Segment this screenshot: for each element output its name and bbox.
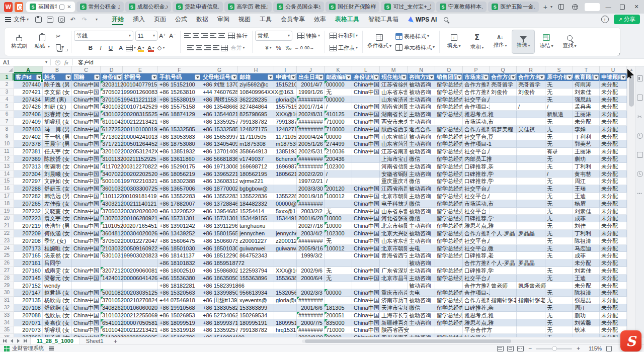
cell[interactable]: 留学总经办: [435, 215, 463, 222]
cell[interactable]: 舒欣娴 (女: [43, 304, 72, 312]
cell[interactable]: 江西省南昌: [380, 185, 408, 193]
horizontal-scroll-thumb[interactable]: [305, 339, 511, 343]
cell[interactable]: m1875308: [238, 140, 274, 148]
cell[interactable]: XXX@163.: [274, 267, 297, 275]
filter-dropdown-button[interactable]: [346, 74, 351, 80]
header-cell[interactable]: 现住地址: [380, 73, 408, 81]
cell[interactable]: 合作项目-.: [463, 289, 490, 297]
cell[interactable]: [490, 215, 517, 222]
cell[interactable]: 留学总经办: [435, 319, 463, 327]
cell[interactable]: 王迪: [573, 275, 600, 282]
sum-button[interactable]: Σ 求和▾: [465, 30, 489, 54]
cell[interactable]: 320721200209060081: [101, 267, 123, 275]
cell[interactable]: +86 1899937166: [201, 319, 238, 327]
cell[interactable]: +86 1877000215: [201, 185, 238, 193]
account-button[interactable]: [585, 3, 600, 11]
cell[interactable]: 韩浩远 (男: [43, 193, 72, 200]
cell[interactable]: [380, 259, 408, 267]
cell[interactable]: [490, 193, 517, 200]
add-sheet-button[interactable]: +: [110, 337, 122, 345]
cell[interactable]: China中国: [72, 208, 101, 215]
cell[interactable]: 社交平台,/: [463, 148, 490, 155]
app-grid-icon[interactable]: [4, 346, 10, 351]
cell[interactable]: 956613934: [238, 289, 274, 297]
filter-dropdown-button[interactable]: [195, 74, 200, 80]
redo-button[interactable]: ↷: [79, 15, 90, 24]
cell[interactable]: [517, 222, 545, 230]
cell[interactable]: 李婵: [573, 126, 600, 133]
cell[interactable]: 10000: [325, 222, 352, 230]
cell[interactable]: 无: [545, 222, 573, 230]
cell[interactable]: 无: [545, 155, 573, 163]
cell[interactable]: 1999/1/26: [297, 89, 325, 96]
cell[interactable]: 山东省济南: [380, 96, 408, 104]
cell[interactable]: China中国: [352, 289, 380, 297]
cell[interactable]: [123, 282, 158, 290]
menu-item[interactable]: 效率: [309, 14, 331, 25]
cell[interactable]: 无: [545, 96, 573, 104]
select-all-corner[interactable]: [0, 66, 14, 73]
cell[interactable]: 包欣辰 (女: [43, 312, 72, 319]
cell[interactable]: 未分配: [600, 170, 627, 178]
cell[interactable]: [490, 200, 517, 208]
cell[interactable]: 留学总经办: [435, 140, 463, 148]
cell[interactable]: 安徽省铜陵: [380, 170, 408, 178]
cell[interactable]: 无: [545, 140, 573, 148]
filter-dropdown-button[interactable]: [429, 74, 434, 80]
cell[interactable]: 无: [545, 126, 573, 133]
cell[interactable]: 合作方推荐: [463, 81, 490, 89]
cell[interactable]: 无: [545, 215, 573, 222]
cell[interactable]: 未分配: [600, 178, 627, 185]
cell[interactable]: China中国: [352, 319, 380, 327]
cell[interactable]: [517, 208, 545, 215]
cell[interactable]: 黄韦慧: [573, 170, 600, 178]
cell[interactable]: 指南针张老: [490, 297, 517, 304]
history-icon[interactable]: [637, 133, 643, 139]
cell[interactable]: ########: [297, 118, 325, 126]
cell[interactable]: 刘素佳: [573, 267, 600, 275]
cell[interactable]: 雅思考点,雅: [463, 312, 490, 319]
clear-format-button[interactable]: ◇▾: [156, 43, 166, 53]
cell[interactable]: 207369: [14, 155, 43, 163]
cell[interactable]: 410125: [325, 111, 352, 118]
new-document-button[interactable]: +▾: [541, 3, 552, 11]
cell[interactable]: 留学总经办: [435, 222, 463, 230]
cell[interactable]: [490, 319, 517, 327]
cell[interactable]: [517, 185, 545, 193]
cell[interactable]: 207434: [14, 96, 43, 104]
cell[interactable]: 无: [545, 81, 573, 89]
cell[interactable]: 207071: [14, 319, 43, 327]
page-break-view-icon[interactable]: [517, 346, 524, 351]
cell[interactable]: +86 15538019: [158, 96, 201, 104]
cell[interactable]: 207088: [14, 312, 43, 319]
wps-ai-button[interactable]: WPS AI: [416, 16, 437, 23]
cell[interactable]: 未分配: [600, 275, 627, 282]
cell[interactable]: 罗晶晶: [517, 230, 545, 237]
cell[interactable]: 2001/6/28: [297, 215, 325, 222]
underline-button[interactable]: U: [106, 43, 116, 53]
cell[interactable]: 新航道: [545, 111, 573, 118]
cell[interactable]: [352, 170, 380, 178]
cell[interactable]: /: [325, 178, 352, 185]
column-header-J[interactable]: J: [297, 66, 325, 73]
cell[interactable]: 2001/4/7: [297, 81, 325, 89]
cell[interactable]: 舒妍玉 (女: [43, 185, 72, 193]
cell[interactable]: [490, 148, 517, 155]
cell[interactable]: [517, 193, 545, 200]
prev-sheet-arrow[interactable]: [11, 339, 13, 343]
cell[interactable]: 180562195: [238, 170, 274, 178]
cell[interactable]: 138519326: [274, 148, 297, 155]
cell[interactable]: 411702200312270822: [101, 163, 123, 170]
cell[interactable]: 未分配: [600, 155, 627, 163]
cell[interactable]: 610104200212213421: [101, 118, 123, 126]
cell[interactable]: 唐浩轩 (男: [43, 222, 72, 230]
cell[interactable]: 北京市昌平: [380, 275, 408, 282]
cell[interactable]: 102300: [325, 230, 352, 237]
cell[interactable]: +86 1598680231: [201, 267, 238, 275]
cell[interactable]: 207265: [14, 200, 43, 208]
document-tab[interactable]: S 可过_支付宝+_滴滴 ✕: [381, 2, 435, 12]
cell[interactable]: 亮哥留学: [517, 81, 545, 89]
cell[interactable]: China中国: [72, 252, 101, 259]
cell[interactable]: 北京市朝阳: [380, 245, 408, 252]
cell[interactable]: 社交平台,微: [463, 245, 490, 252]
